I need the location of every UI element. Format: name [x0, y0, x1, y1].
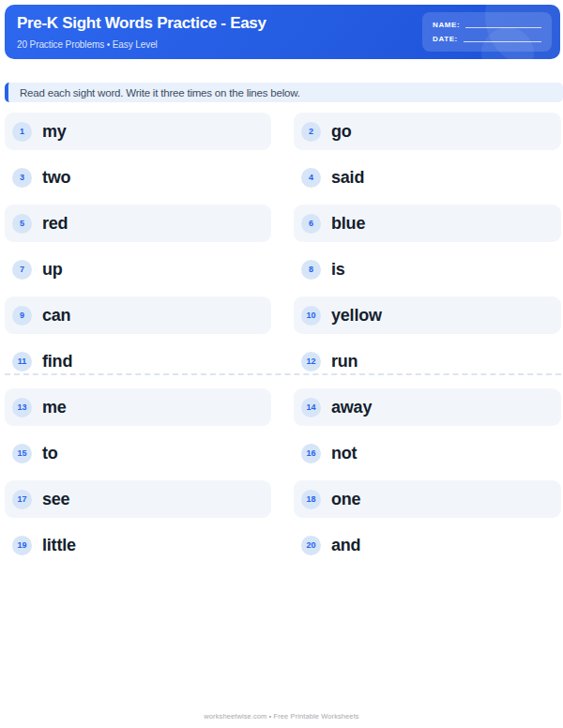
word-label: little	[42, 536, 76, 555]
item-number-badge: 7	[12, 260, 32, 280]
word-label: to	[42, 444, 58, 463]
word-label: one	[331, 490, 360, 509]
word-label: two	[42, 168, 70, 188]
item-number-badge: 18	[301, 490, 321, 509]
worksheet-header: Pre-K Sight Words Practice - Easy 20 Pra…	[5, 5, 560, 59]
word-item: 11 find	[5, 342, 271, 380]
word-label: see	[42, 490, 69, 509]
word-item: 17 see	[5, 480, 271, 518]
word-label: can	[42, 306, 70, 326]
date-blank-line	[464, 36, 541, 42]
word-label: up	[42, 260, 63, 280]
word-label: find	[42, 352, 72, 372]
word-label: not	[331, 444, 357, 463]
word-item: 6 blue	[294, 205, 561, 242]
word-item: 1 my	[5, 113, 271, 150]
word-item: 5 red	[5, 205, 271, 242]
item-number-badge: 20	[301, 536, 321, 555]
item-number-badge: 2	[301, 122, 321, 142]
item-number-badge: 10	[301, 306, 321, 326]
name-date-box: NAME: DATE:	[422, 12, 552, 52]
word-label: red	[42, 214, 68, 234]
item-number-badge: 9	[12, 306, 32, 326]
page-title: Pre-K Sight Words Practice - Easy	[17, 14, 266, 33]
word-grid: 1 my 2 go 3 two 4 said 5 red 6 blue 7 up…	[5, 113, 561, 564]
word-item: 3 two	[5, 159, 271, 196]
word-item: 8 is	[294, 250, 561, 288]
page-subtitle: 20 Practice Problems • Easy Level	[17, 39, 158, 50]
date-label: DATE:	[433, 35, 458, 43]
item-number-badge: 15	[12, 444, 32, 463]
word-item: 15 to	[5, 434, 271, 472]
item-number-badge: 8	[301, 260, 321, 280]
name-blank-line	[465, 22, 541, 28]
word-label: my	[42, 122, 67, 142]
word-label: me	[42, 398, 67, 417]
word-item: 14 away	[294, 388, 561, 426]
word-label: away	[331, 398, 372, 417]
item-number-badge: 16	[301, 444, 321, 463]
name-row: NAME:	[433, 21, 541, 29]
word-item: 16 not	[294, 434, 561, 472]
word-item: 10 yellow	[294, 296, 561, 334]
word-label: and	[331, 536, 360, 555]
item-number-badge: 12	[301, 352, 321, 372]
word-item: 13 me	[5, 388, 271, 426]
word-item: 7 up	[5, 250, 271, 288]
word-item: 18 one	[294, 480, 561, 518]
item-number-badge: 13	[12, 398, 32, 417]
item-number-badge: 3	[12, 168, 32, 188]
word-label: go	[331, 122, 352, 142]
footer-credit: worksheetwise.com • Free Printable Works…	[0, 712, 563, 720]
instruction-banner: Read each sight word. Write it three tim…	[5, 83, 563, 102]
item-number-badge: 11	[12, 352, 32, 372]
word-item: 4 said	[294, 159, 561, 196]
word-item: 12 run	[294, 342, 561, 380]
word-item: 9 can	[5, 296, 271, 334]
word-label: run	[331, 352, 358, 372]
item-number-badge: 14	[301, 398, 321, 417]
word-item: 2 go	[294, 113, 561, 150]
item-number-badge: 5	[12, 214, 32, 234]
word-label: is	[331, 260, 345, 280]
name-label: NAME:	[433, 21, 460, 29]
item-number-badge: 1	[12, 122, 32, 142]
item-number-badge: 17	[12, 490, 32, 509]
item-number-badge: 19	[12, 536, 32, 555]
word-item: 20 and	[294, 526, 561, 564]
word-label: said	[331, 168, 364, 188]
item-number-badge: 4	[301, 168, 321, 188]
word-item: 19 little	[5, 526, 271, 564]
item-number-badge: 6	[301, 214, 321, 234]
word-label: blue	[331, 214, 365, 234]
date-row: DATE:	[433, 35, 541, 43]
word-label: yellow	[331, 306, 382, 326]
